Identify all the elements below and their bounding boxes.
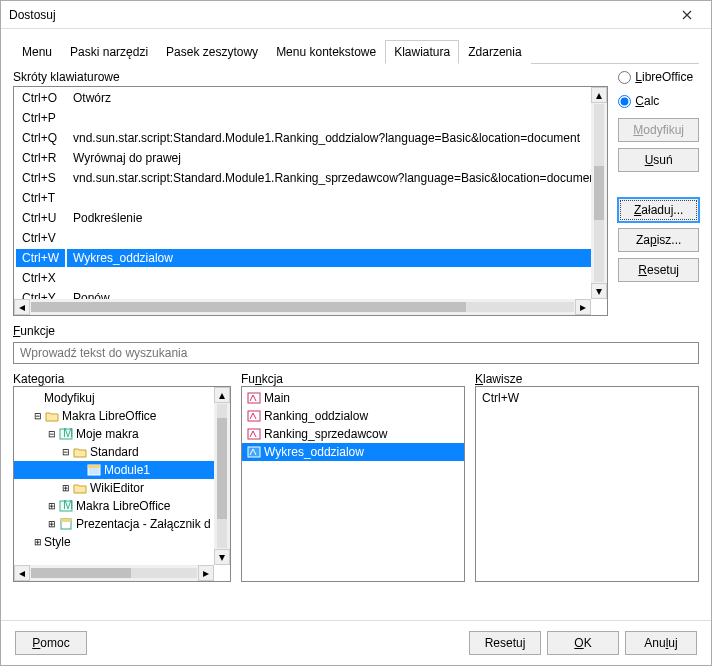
- horizontal-scrollbar[interactable]: ◂ ▸: [14, 299, 591, 315]
- tab-zdarzenia[interactable]: Zdarzenia: [459, 40, 530, 64]
- footer-reset-button[interactable]: Resetuj: [469, 631, 541, 655]
- dialog-content: MenuPaski narzędziPasek zeszytowyMenu ko…: [1, 29, 711, 620]
- reset-button[interactable]: Resetuj: [618, 258, 699, 282]
- tab-menu-kontekstowe[interactable]: Menu kontekstowe: [267, 40, 385, 64]
- horizontal-scrollbar[interactable]: ◂▸: [14, 565, 214, 581]
- macro-icon: [246, 445, 262, 459]
- macro-icon: [246, 409, 262, 423]
- tree-item[interactable]: ⊟MMoje makra: [14, 425, 230, 443]
- tree-item[interactable]: ⊟Makra LibreOffice: [14, 407, 230, 425]
- function-item-label: Ranking_oddzialow: [264, 409, 368, 423]
- folder-icon: [72, 445, 88, 459]
- shortcut-row[interactable]: Ctrl+Svnd.sun.star.script:Standard.Modul…: [16, 169, 605, 187]
- tree-item[interactable]: ⊞WikiEditor: [14, 479, 230, 497]
- macro-icon: [246, 391, 262, 405]
- ok-button[interactable]: OK: [547, 631, 619, 655]
- shortcut-row[interactable]: Ctrl+T: [16, 189, 605, 207]
- shortcuts-section: Skróty klawiaturowe Ctrl+OOtwórzCtrl+PCt…: [13, 70, 699, 316]
- shortcut-row[interactable]: Ctrl+Qvnd.sun.star.script:Standard.Modul…: [16, 129, 605, 147]
- folder-icon: [72, 481, 88, 495]
- tab-klawiatura[interactable]: Klawiatura: [385, 40, 459, 64]
- expand-icon[interactable]: ⊞: [46, 519, 58, 529]
- functions-label: Funkcje: [13, 324, 699, 338]
- radio-libreoffice[interactable]: [618, 71, 631, 84]
- delete-button[interactable]: Usuń: [618, 148, 699, 172]
- shortcut-command: Podkreślenie: [67, 209, 605, 227]
- shortcut-key: Ctrl+W: [16, 249, 65, 267]
- tree-item-label: Makra LibreOffice: [62, 409, 156, 423]
- shortcut-row[interactable]: Ctrl+OOtwórz: [16, 89, 605, 107]
- shortcut-command: Otwórz: [67, 89, 605, 107]
- scroll-up-icon[interactable]: ▴: [591, 87, 607, 103]
- scope-calc[interactable]: Calc: [618, 94, 699, 108]
- scroll-left-icon[interactable]: ◂: [14, 299, 30, 315]
- expand-icon[interactable]: ⊟: [32, 411, 44, 421]
- scope-libreoffice[interactable]: LibreOffice: [618, 70, 699, 84]
- doc-icon: [58, 517, 74, 531]
- tree-item-label: Makra LibreOffice: [76, 499, 170, 513]
- help-button[interactable]: Pomoc: [15, 631, 87, 655]
- tree-item[interactable]: ⊞MMakra LibreOffice: [14, 497, 230, 515]
- expand-icon[interactable]: ⊞: [60, 483, 72, 493]
- tree-item[interactable]: ⊞Style: [14, 533, 230, 551]
- category-label: Kategoria: [13, 372, 231, 386]
- tree-item-label: Modyfikuj: [44, 391, 95, 405]
- expand-icon[interactable]: ⊟: [46, 429, 58, 439]
- shortcut-key: Ctrl+V: [16, 229, 65, 247]
- tab-menu[interactable]: Menu: [13, 40, 61, 64]
- assigned-key-item[interactable]: Ctrl+W: [476, 389, 698, 407]
- shortcut-row[interactable]: Ctrl+X: [16, 269, 605, 287]
- shortcut-row[interactable]: Ctrl+P: [16, 109, 605, 127]
- function-item[interactable]: Main: [242, 389, 464, 407]
- search-input[interactable]: [13, 342, 699, 364]
- category-tree[interactable]: Modyfikuj⊟Makra LibreOffice⊟MMoje makra⊟…: [13, 386, 231, 582]
- cancel-button[interactable]: Anuluj: [625, 631, 697, 655]
- vertical-scrollbar[interactable]: ▴▾: [214, 387, 230, 565]
- function-item[interactable]: Wykres_oddzialow: [242, 443, 464, 461]
- shortcut-command: Wyrównaj do prawej: [67, 149, 605, 167]
- shortcut-row[interactable]: Ctrl+RWyrównaj do prawej: [16, 149, 605, 167]
- shortcuts-list[interactable]: Ctrl+OOtwórzCtrl+PCtrl+Qvnd.sun.star.scr…: [13, 86, 608, 316]
- save-button[interactable]: Zapisz...: [618, 228, 699, 252]
- keys-label: Klawisze: [475, 372, 699, 386]
- shortcut-key: Ctrl+R: [16, 149, 65, 167]
- expand-icon[interactable]: ⊟: [60, 447, 72, 457]
- tree-item[interactable]: ⊞Prezentacja - Załącznik d: [14, 515, 230, 533]
- function-list-label: Funkcja: [241, 372, 465, 386]
- function-item[interactable]: Ranking_sprzedawcow: [242, 425, 464, 443]
- tree-item-label: WikiEditor: [90, 481, 144, 495]
- tree-item[interactable]: Modyfikuj: [14, 389, 230, 407]
- tree-item-label: Prezentacja - Załącznik d: [76, 517, 211, 531]
- shortcut-key: Ctrl+X: [16, 269, 65, 287]
- keys-list[interactable]: Ctrl+W: [475, 386, 699, 582]
- modify-button[interactable]: Modyfikuj: [618, 118, 699, 142]
- shortcut-command: [67, 229, 605, 247]
- tab-pasek-zeszytowy[interactable]: Pasek zeszytowy: [157, 40, 267, 64]
- tree-item[interactable]: Module1: [14, 461, 230, 479]
- expand-icon[interactable]: ⊞: [46, 501, 58, 511]
- tree-item-label: Module1: [104, 463, 150, 477]
- tree-item-label: Standard: [90, 445, 139, 459]
- tab-paski-narzędzi[interactable]: Paski narzędzi: [61, 40, 157, 64]
- scroll-right-icon[interactable]: ▸: [575, 299, 591, 315]
- function-list[interactable]: MainRanking_oddzialowRanking_sprzedawcow…: [241, 386, 465, 582]
- vertical-scrollbar[interactable]: ▴ ▾: [591, 87, 607, 299]
- scroll-down-icon[interactable]: ▾: [591, 283, 607, 299]
- radio-libreoffice-label: LibreOffice: [635, 70, 693, 84]
- customize-dialog: Dostosuj MenuPaski narzędziPasek zeszyto…: [0, 0, 712, 666]
- tree-item[interactable]: ⊟Standard: [14, 443, 230, 461]
- close-button[interactable]: [671, 3, 703, 27]
- shortcut-command: [67, 269, 605, 287]
- shortcut-key: Ctrl+O: [16, 89, 65, 107]
- shortcut-row[interactable]: Ctrl+WWykres_oddzialow: [16, 249, 605, 267]
- macro-icon: [246, 427, 262, 441]
- shortcut-row[interactable]: Ctrl+V: [16, 229, 605, 247]
- svg-text:M: M: [63, 428, 73, 440]
- expand-icon[interactable]: ⊞: [32, 537, 44, 547]
- shortcut-key: Ctrl+T: [16, 189, 65, 207]
- shortcut-row[interactable]: Ctrl+UPodkreślenie: [16, 209, 605, 227]
- function-item[interactable]: Ranking_oddzialow: [242, 407, 464, 425]
- shortcut-key: Ctrl+U: [16, 209, 65, 227]
- radio-calc[interactable]: [618, 95, 631, 108]
- load-button[interactable]: Załaduj...: [618, 198, 699, 222]
